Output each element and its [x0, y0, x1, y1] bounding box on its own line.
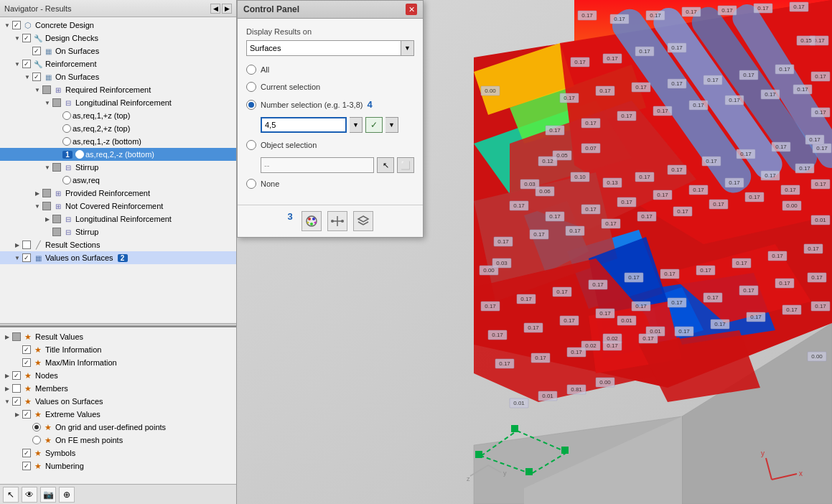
nc-stirrup-label: Stirrup [75, 227, 98, 237]
tree-nodes[interactable]: ★ Nodes [0, 369, 236, 382]
radio-none[interactable] [246, 179, 256, 189]
checkbox-reinforcement[interactable] [22, 60, 31, 68]
tree-as-req-1-bot[interactable]: as,req,1,-z (bottom) [0, 135, 236, 148]
surfaces-select[interactable]: Surfaces [246, 40, 401, 56]
radio-object-selection[interactable] [246, 140, 256, 150]
tree-on-surfaces-dc[interactable]: ▦ On Surfaces [0, 45, 236, 57]
radio-on-fe-mesh[interactable] [32, 436, 41, 444]
tree-as-req-2-top[interactable]: as,req,2,+z (top) [0, 122, 236, 135]
tree-title-info[interactable]: ★ Title Information [0, 343, 236, 356]
tree-numbering[interactable]: ★ Numbering [0, 459, 236, 472]
tree-not-covered-reinf[interactable]: ⊞ Not Covered Reinforcement [0, 200, 236, 213]
checkbox-nodes[interactable] [12, 371, 21, 380]
radio-all[interactable] [246, 65, 256, 75]
tree-provided-reinf[interactable]: ⊞ Provided Reinforcement [0, 187, 236, 200]
radio-current-selection-row[interactable]: Current selection [246, 82, 414, 92]
tree-members[interactable]: ★ Members [0, 382, 236, 395]
axis-btn[interactable]: ⊕ [59, 487, 75, 503]
tree-on-surfaces-reinf[interactable]: ▦ On Surfaces [0, 70, 236, 83]
checkbox-on-surfaces-dc[interactable] [32, 47, 41, 55]
checkbox-result-sections[interactable] [22, 241, 31, 249]
svg-text:0.00: 0.00 [485, 88, 496, 94]
expand-result-sections [13, 241, 22, 249]
confirm-btn[interactable]: ✓ [365, 117, 383, 133]
on-surfaces-dc-label: On Surfaces [55, 46, 99, 56]
checkbox-symbols[interactable] [22, 449, 31, 457]
tree-stirrup[interactable]: ⊟ Stirrup [0, 161, 236, 174]
checkbox-maxmin-info[interactable] [22, 358, 31, 367]
radio-as-req-1-bot[interactable] [62, 137, 71, 146]
number-input[interactable] [261, 117, 347, 133]
radio-asw-req[interactable] [62, 176, 71, 185]
panel-forward-btn[interactable]: ▶ [222, 4, 232, 14]
radio-as-req-2-top[interactable] [62, 124, 71, 133]
svg-text:0.17: 0.17 [485, 303, 496, 309]
checkbox-extreme-values[interactable] [22, 410, 31, 419]
radio-object-selection-row[interactable]: Object selection [246, 140, 414, 150]
tree-maxmin-info[interactable]: ★ Max/Min Information [0, 356, 236, 369]
checkbox-not-covered-reinf[interactable] [42, 202, 51, 210]
checkbox-numbering[interactable] [22, 462, 31, 470]
tree-root-concrete-design[interactable]: ⬡ Concrete Design [0, 19, 236, 32]
checkbox-design-checks[interactable] [22, 34, 31, 42]
radio-as-req-2-bot[interactable] [75, 150, 84, 159]
radio-number-selection-row[interactable]: Number selection (e.g. 1-3,8) 4 [246, 99, 414, 110]
tree-as-req-2-bot[interactable]: 1 as,req,2,-z (bottom) [0, 148, 236, 161]
result-sections-label: Result Sections [45, 240, 100, 250]
radio-current-selection-label: Current selection [261, 83, 320, 91]
cp-scale-btn[interactable] [327, 211, 347, 231]
eye-btn[interactable]: 👁 [22, 487, 37, 503]
cp-palette-btn[interactable] [302, 211, 322, 231]
number-input-dropdown[interactable]: ▼ [350, 117, 363, 133]
panel-back-btn[interactable]: ◀ [210, 4, 220, 14]
tree-result-values[interactable]: ★ Result Values [0, 330, 236, 343]
object-select-cursor-btn[interactable]: ↖ [377, 157, 394, 173]
checkbox-values-surfaces-bottom[interactable] [12, 397, 21, 406]
tree-on-fe-mesh[interactable]: ★ On FE mesh points [0, 434, 236, 447]
tree-as-req-1-top[interactable]: as,req,1,+z (top) [0, 109, 236, 122]
control-panel-close-btn[interactable]: ✕ [406, 4, 417, 15]
checkbox-stirrup[interactable] [52, 163, 61, 172]
checkbox-values-on-surfaces[interactable] [22, 253, 31, 262]
checkbox-members[interactable] [12, 384, 21, 393]
tree-symbols[interactable]: ★ Symbols [0, 447, 236, 459]
tree-on-grid-points[interactable]: ★ On grid and user-defined points [0, 421, 236, 434]
tree-reinforcement[interactable]: 🔧 Reinforcement [0, 57, 236, 70]
tree-required-reinf[interactable]: ⊞ Required Reinforcement [0, 83, 236, 96]
svg-text:0.17: 0.17 [657, 108, 668, 114]
checkbox-on-surfaces-reinf[interactable] [32, 73, 41, 81]
tree-result-sections[interactable]: ╱ Result Sections [0, 238, 236, 251]
as-req-1-top-label: as,req,1,+z (top) [73, 111, 130, 121]
radio-all-row[interactable]: All [246, 65, 414, 75]
tree-long-reinf[interactable]: ⊟ Longitudinal Reinforcement [0, 96, 236, 109]
tree-values-surfaces-bottom[interactable]: ★ Values on Surfaces [0, 395, 236, 408]
tree-nc-long-reinf[interactable]: ⊟ Longitudinal Reinforcement [0, 213, 236, 225]
tree-nc-stirrup[interactable]: ⊟ Stirrup [0, 225, 236, 238]
radio-number-selection[interactable] [246, 100, 256, 110]
maxmin-info-icon: ★ [32, 358, 44, 368]
radio-as-req-1-top[interactable] [62, 111, 71, 120]
svg-point-259 [310, 223, 313, 225]
checkbox-concrete-design[interactable] [12, 21, 21, 29]
object-select-box-btn[interactable]: ⬜ [397, 157, 414, 173]
cursor-btn[interactable]: ↖ [3, 487, 19, 503]
control-panel-header[interactable]: Control Panel ✕ [238, 1, 423, 19]
checkbox-nc-stirrup[interactable] [52, 228, 61, 236]
tree-values-on-surfaces[interactable]: ▦ Values on Surfaces 2 [0, 251, 236, 264]
checkbox-provided-reinf[interactable] [42, 189, 51, 197]
checkbox-result-values[interactable] [12, 332, 21, 341]
checkbox-nc-long-reinf[interactable] [52, 215, 61, 223]
checkbox-long-reinf[interactable] [52, 98, 61, 107]
radio-current-selection[interactable] [246, 82, 256, 92]
camera-btn[interactable]: 📷 [40, 487, 56, 503]
tree-design-checks[interactable]: 🔧 Design Checks [0, 32, 236, 45]
checkbox-required-reinf[interactable] [42, 85, 51, 94]
radio-none-row[interactable]: None [246, 179, 414, 189]
tree-asw-req[interactable]: asw,req [0, 174, 236, 187]
tree-extreme-values[interactable]: ★ Extreme Values [0, 408, 236, 421]
cp-layers-btn[interactable] [353, 211, 373, 231]
confirm-dropdown-btn[interactable]: ▼ [385, 117, 398, 133]
radio-on-grid-points[interactable] [32, 423, 41, 431]
object-select-input[interactable] [261, 157, 374, 173]
checkbox-title-info[interactable] [22, 345, 31, 354]
